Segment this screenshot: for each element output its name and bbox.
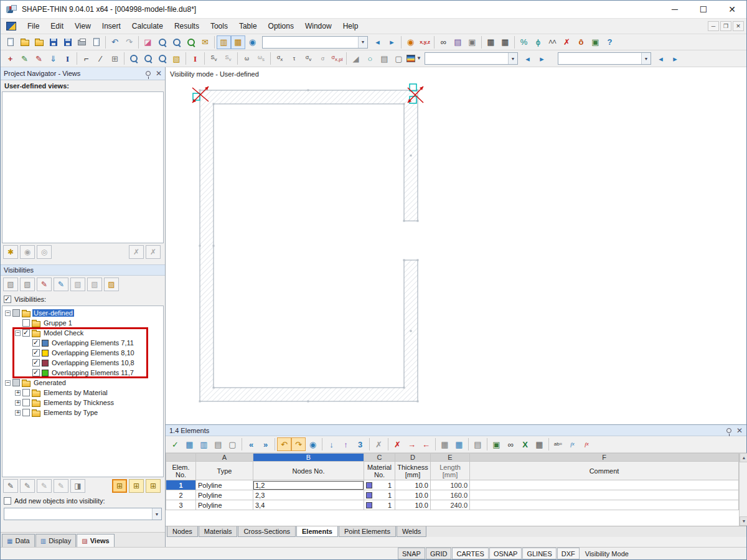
pin-icon[interactable] — [726, 428, 731, 433]
remove-visibility-button[interactable]: ✎ — [37, 479, 52, 493]
cell-thickness[interactable]: 10.0 — [395, 480, 431, 490]
checkbox[interactable] — [12, 309, 20, 317]
expander-icon[interactable] — [15, 410, 21, 416]
tab-welds[interactable]: Welds — [397, 526, 426, 537]
zoom-region-button[interactable] — [169, 35, 184, 49]
tab-cross-sections[interactable]: Cross-Sections — [238, 526, 296, 537]
checkbox[interactable] — [12, 379, 20, 386]
cell-nodes[interactable]: 1,2 — [253, 480, 364, 490]
screenshot-button[interactable]: ▣ — [588, 35, 603, 49]
table-redo-button[interactable]: ↷ — [291, 437, 306, 451]
units-button[interactable]: ab= — [551, 437, 565, 451]
dxf-toggle[interactable]: DXF — [557, 548, 580, 559]
tab-point-elements[interactable]: Point Elements — [339, 526, 396, 537]
mdi-minimize-button[interactable]: ─ — [708, 21, 719, 31]
close-button[interactable]: ✕ — [718, 1, 746, 18]
checkbox[interactable] — [32, 339, 40, 347]
ellipse-button[interactable]: ○ — [363, 52, 377, 65]
tree-item-overlapping-11-7[interactable]: Overlapping Elements 11,7 — [2, 368, 163, 378]
visibilities-checkbox[interactable] — [4, 296, 11, 303]
calculator-button[interactable]: ▦ — [532, 437, 547, 451]
menu-window[interactable]: Window — [299, 19, 337, 33]
menu-results[interactable]: Results — [169, 19, 205, 33]
mirror-button[interactable]: ΛΛ — [545, 35, 560, 49]
show-all-button[interactable]: ▧ — [3, 278, 18, 291]
panel-combo[interactable]: ▼ — [425, 52, 518, 65]
zoom-all-button[interactable] — [184, 35, 198, 49]
col-letter-d[interactable]: D — [395, 454, 431, 462]
checkbox[interactable] — [22, 399, 30, 406]
mdi-restore-button[interactable]: ❐ — [720, 21, 731, 31]
menu-insert[interactable]: Insert — [96, 19, 126, 33]
move-up-button[interactable]: ↑ — [339, 437, 353, 451]
hide-selection-button[interactable]: ✎ — [37, 278, 52, 291]
omega-button[interactable]: ω — [240, 52, 254, 65]
save-button[interactable] — [46, 35, 60, 49]
print-button[interactable] — [75, 35, 89, 49]
checkbox[interactable] — [22, 319, 30, 327]
cs-forward-button[interactable]: ▸ — [535, 52, 549, 65]
cell-comment[interactable] — [470, 500, 739, 510]
snap-toggle[interactable]: SNAP — [398, 548, 425, 559]
load-visibility-button[interactable]: ▧ — [87, 278, 102, 291]
assign-visibility-button[interactable]: ✎ — [20, 479, 35, 493]
expander-icon[interactable] — [5, 310, 11, 316]
select-visibility-button[interactable]: ◨ — [70, 479, 85, 493]
zoom-in-button[interactable] — [155, 35, 169, 49]
sv1-button[interactable]: Sv — [207, 52, 221, 65]
help-select-button[interactable]: ? — [603, 35, 617, 49]
close-icon[interactable]: ✕ — [156, 69, 162, 78]
tree-item-overlapping-7-11[interactable]: Overlapping Elements 7,11 — [2, 338, 163, 348]
tree-label[interactable]: Elements by Thickness — [42, 399, 115, 406]
table-insert-button[interactable]: ▥ — [197, 437, 211, 451]
menu-calculate[interactable]: Calculate — [126, 19, 169, 33]
remove-row-button[interactable]: ← — [419, 437, 433, 451]
show-view-button[interactable]: ◉ — [20, 245, 35, 259]
cell-comment[interactable] — [470, 490, 739, 500]
xyz-button[interactable]: x,y,z — [418, 35, 432, 49]
goto-node-button[interactable]: ◉ — [403, 35, 418, 49]
table-copy-button[interactable]: ▤ — [211, 437, 225, 451]
row-number[interactable]: 1 — [166, 480, 196, 490]
table-view-button[interactable]: ▦ — [438, 437, 452, 451]
clear-visibility-button[interactable]: ✎ — [54, 479, 68, 493]
view-grid-partial-button[interactable]: ⊞ — [112, 479, 127, 493]
checkbox[interactable] — [32, 359, 40, 366]
fx-button[interactable]: fx — [565, 437, 580, 451]
tab-data[interactable]: ▦ Data — [2, 534, 35, 547]
clear-x-button[interactable]: ✗ — [372, 437, 386, 451]
table-clear-button[interactable]: ▢ — [225, 437, 240, 451]
view-combo[interactable]: ▼ — [262, 36, 368, 49]
expander-icon[interactable] — [15, 400, 21, 406]
maximize-button[interactable]: ☐ — [689, 1, 718, 18]
tree-item-overlapping-10-8[interactable]: Overlapping Elements 10,8 — [2, 358, 163, 368]
panels-button[interactable]: ▥ — [217, 35, 231, 49]
insert-row-button[interactable]: → — [405, 437, 419, 451]
arc-button[interactable]: ∕ — [93, 52, 108, 65]
show-selection-button[interactable]: ▧ — [20, 278, 35, 291]
pin-view-button[interactable]: ✗ — [129, 245, 144, 259]
draw-element-button[interactable]: ✎ — [17, 52, 32, 65]
table-scrollbar[interactable]: ▲ ▼ — [739, 453, 747, 526]
model-canvas[interactable]: Visibility mode - User-defined — [166, 67, 746, 424]
col-letter-a[interactable]: A — [196, 454, 253, 462]
scroll-down-icon[interactable]: ▼ — [740, 516, 747, 526]
export-excel-button[interactable]: X — [518, 437, 532, 451]
set-values-button[interactable]: ✓ — [168, 437, 182, 451]
percent-button[interactable]: % — [517, 35, 531, 49]
col-letter-b[interactable]: B — [253, 454, 364, 462]
cell-thickness[interactable]: 10.0 — [395, 490, 431, 500]
checkbox[interactable] — [22, 389, 30, 396]
cell-type[interactable]: Polyline — [196, 490, 253, 500]
checkbox[interactable] — [22, 329, 30, 337]
tree-item-model-check[interactable]: Model Check — [2, 328, 163, 338]
cell-type[interactable]: Polyline — [196, 480, 253, 490]
view-grid-group-button[interactable]: ⊞ — [129, 479, 144, 493]
invert-visibility-button[interactable]: ✎ — [54, 278, 68, 291]
expander-icon[interactable] — [5, 380, 11, 386]
weld-button[interactable]: ◢ — [349, 52, 363, 65]
add-new-objects-checkbox[interactable] — [4, 497, 11, 505]
tree-label[interactable]: Elements by Material — [42, 389, 109, 396]
first-row-button[interactable]: « — [244, 437, 258, 451]
menu-table[interactable]: Table — [233, 19, 263, 33]
